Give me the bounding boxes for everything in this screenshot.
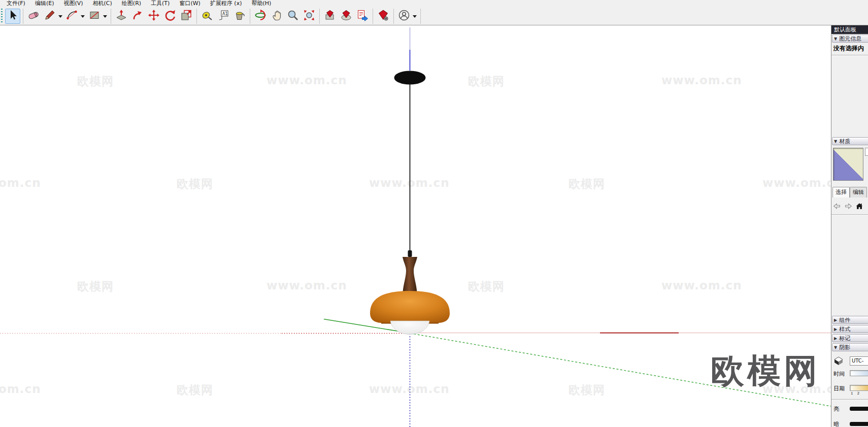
shadows-label: 阴影 [839, 344, 850, 351]
account-icon [398, 9, 410, 23]
follow-me-tool-button[interactable] [130, 9, 145, 24]
menu-item-2[interactable]: 视图(V) [59, 0, 88, 7]
entity-info-panel-header[interactable]: ▼ 图元信息 [832, 35, 868, 43]
big-watermark: 欧模网 [711, 354, 820, 388]
lamp-shade [370, 291, 450, 323]
materials-nav-row [833, 202, 863, 212]
tab-edit[interactable]: 编辑 [850, 187, 867, 198]
tab-select[interactable]: 选择 [832, 187, 850, 198]
tape-measure-tool-button[interactable] [199, 9, 215, 24]
menu-item-0[interactable]: 文件(F) [2, 0, 30, 7]
extension-warehouse-button[interactable] [376, 9, 391, 24]
home-icon[interactable] [855, 202, 863, 212]
materials-panel-header[interactable]: ▼ 材质 [832, 137, 868, 145]
pendant-lamp-model[interactable] [370, 71, 450, 335]
select-tool-button[interactable] [5, 9, 20, 24]
eraser-tool-button[interactable] [26, 9, 41, 24]
menu-item-3[interactable]: 相机(C) [88, 0, 117, 7]
main-toolbar: A1 [0, 7, 868, 25]
create-material-button[interactable] [865, 148, 868, 156]
export-document-icon [356, 9, 369, 23]
account-dropdown-arrow[interactable] [413, 15, 417, 20]
arc-dropdown-arrow[interactable] [81, 15, 85, 20]
rotate-tool-button[interactable] [162, 9, 178, 24]
menu-item-7[interactable]: 扩展程序 (x) [206, 0, 247, 7]
move-icon [148, 9, 160, 23]
pan-tool-button[interactable] [269, 9, 284, 24]
dark-label: 暗 [833, 420, 839, 427]
materials-label: 材质 [839, 138, 850, 145]
light-label: 亮 [833, 405, 839, 413]
menu-item-5[interactable]: 工具(T) [146, 0, 175, 7]
line-tool-button[interactable] [42, 9, 57, 24]
rectangle-dropdown-arrow[interactable] [103, 15, 107, 20]
line-dropdown-arrow[interactable] [58, 15, 62, 20]
shadows-panel-header[interactable]: ▼ 阴影 [832, 343, 868, 351]
expand-arrow-icon: ▶ [834, 336, 837, 341]
menu-bar: 文件(F)编辑(E)视图(V)相机(C)绘图(R)工具(T)窗口(W)扩展程序 … [0, 0, 868, 7]
text-tool-glyph: A1 [222, 11, 228, 16]
paint-bucket-tool-button[interactable] [232, 9, 247, 24]
model-viewport[interactable]: 欧模网www.om.cn欧模网www.om.cnwww.om.cn欧模网www.… [0, 25, 831, 427]
menu-item-4[interactable]: 绘图(R) [117, 0, 146, 7]
collapse-arrow-icon: ▼ [834, 37, 837, 41]
zoom-icon [287, 9, 299, 23]
component-gem-icon [340, 9, 352, 23]
toolbar-grip[interactable] [1, 9, 4, 24]
date-slider[interactable] [850, 385, 868, 391]
timezone-select[interactable]: UTC- [850, 356, 868, 366]
forward-arrow-icon[interactable] [844, 202, 852, 212]
text-tool-button[interactable]: A1 [216, 9, 231, 24]
date-slider-ticks: 1 2 [851, 391, 861, 396]
expand-arrow-icon: ▶ [834, 327, 837, 332]
divider [831, 399, 868, 400]
time-slider[interactable] [850, 370, 868, 376]
model-library-button[interactable] [322, 9, 338, 24]
pan-hand-icon [271, 9, 283, 23]
dark-slider[interactable] [850, 422, 868, 426]
tape-measure-icon [201, 9, 213, 23]
divider [831, 214, 868, 215]
materials-tabs: 选择 编辑 [832, 187, 867, 198]
styles-label: 样式 [839, 325, 850, 333]
components-label: 组件 [839, 316, 850, 324]
shadow-toggle-icon[interactable] [832, 355, 845, 367]
default-panel-sidebar: 默认面板 ▼ 图元信息 没有选择内 ▼ 材质 选择 编辑 ▶ 组件 ▶ 样式 ▶… [831, 25, 868, 427]
tags-panel-header[interactable]: ▶ 标记 [832, 334, 868, 342]
pencil-icon [44, 9, 56, 23]
menu-item-1[interactable]: 编辑(E) [30, 0, 59, 7]
rectangle-icon [88, 9, 101, 23]
rectangle-tool-button[interactable] [87, 9, 102, 24]
component-gem-button[interactable] [339, 9, 354, 24]
collapse-arrow-icon: ▼ [834, 345, 837, 350]
follow-me-icon [131, 9, 144, 23]
menu-item-6[interactable]: 窗口(W) [175, 0, 205, 7]
material-preview-swatch[interactable] [833, 148, 863, 181]
push-pull-tool-button[interactable] [114, 9, 129, 24]
divider [831, 55, 868, 56]
text-tool-icon: A1 [217, 9, 229, 23]
extension-warehouse-icon [377, 9, 389, 23]
menu-item-8[interactable]: 帮助(H) [247, 0, 276, 7]
zoom-extents-tool-button[interactable] [302, 9, 317, 24]
back-arrow-icon[interactable] [833, 202, 841, 212]
eraser-icon [27, 9, 40, 23]
arc-tool-button[interactable] [64, 9, 80, 24]
move-tool-button[interactable] [146, 9, 161, 24]
entity-info-message: 没有选择内 [833, 44, 864, 53]
export-document-button[interactable] [355, 9, 370, 24]
offset-icon [180, 9, 192, 23]
collapse-arrow-icon: ▼ [834, 139, 837, 144]
zoom-tool-button[interactable] [285, 9, 301, 24]
light-slider[interactable] [850, 407, 868, 411]
tags-label: 标记 [839, 335, 850, 342]
styles-panel-header[interactable]: ▶ 样式 [832, 325, 868, 333]
account-button[interactable] [396, 9, 412, 24]
orbit-icon [254, 9, 266, 23]
entity-info-label: 图元信息 [839, 35, 861, 43]
offset-tool-button[interactable] [179, 9, 194, 24]
rotate-icon [164, 9, 176, 23]
components-panel-header[interactable]: ▶ 组件 [832, 316, 868, 324]
cursor-icon [7, 9, 19, 23]
orbit-tool-button[interactable] [253, 9, 268, 24]
